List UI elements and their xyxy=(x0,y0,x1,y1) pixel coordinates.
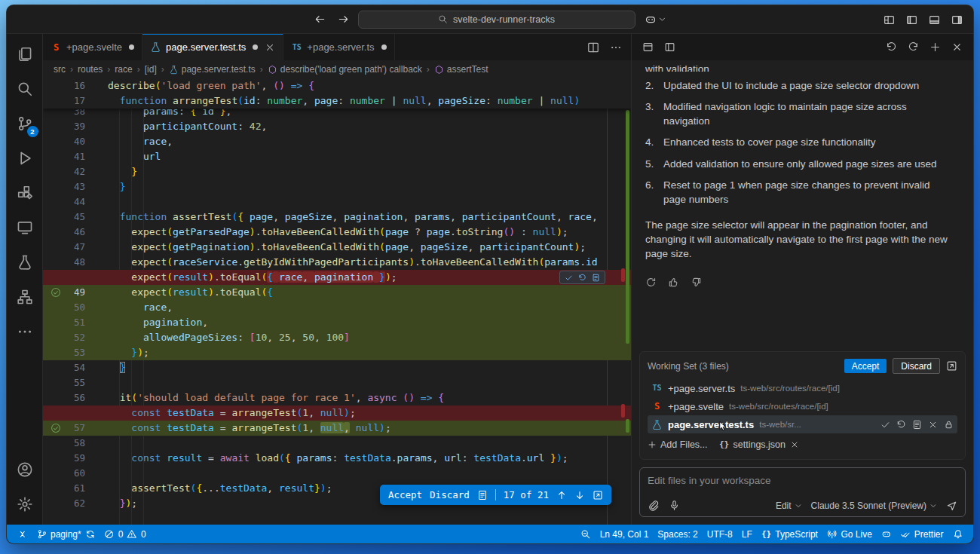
close-panel-icon[interactable] xyxy=(951,41,963,53)
code-line[interactable]: 44 xyxy=(43,194,631,210)
code-line[interactable]: 42 } xyxy=(43,164,631,179)
working-set-file[interactable]: S+page.sveltets-web/src/routes/race/[id] xyxy=(648,397,957,415)
toggle-panel-icon[interactable] xyxy=(929,14,940,26)
chat-input-box[interactable]: Edit files in your workspace Edit Claude… xyxy=(639,467,966,517)
working-set-file[interactable]: page.server.test.tsts-web/sr... xyxy=(648,415,957,433)
discard-icon[interactable] xyxy=(896,420,906,430)
code-line[interactable]: 40 race, xyxy=(43,134,631,149)
refresh-icon[interactable] xyxy=(645,277,657,288)
added-code-line[interactable]: 51 pagination, xyxy=(43,315,631,330)
status-notifications[interactable] xyxy=(948,525,968,543)
more-actions-icon[interactable] xyxy=(610,41,622,54)
activity-bar-testing[interactable] xyxy=(7,245,43,280)
code-line[interactable]: 48 expect(raceService.getByIdWithPagedPa… xyxy=(43,255,631,270)
status-remote-indicator[interactable] xyxy=(13,525,32,543)
breadcrumb-item[interactable]: assertTest xyxy=(434,64,488,75)
added-code-line[interactable]: 50 race, xyxy=(43,300,631,315)
activity-bar-search[interactable] xyxy=(7,72,43,106)
status-git-branch[interactable]: paging* xyxy=(32,525,100,543)
code-line[interactable]: 41 url xyxy=(43,149,631,164)
customize-layout-icon[interactable] xyxy=(884,14,895,26)
working-set-discard-button[interactable]: Discard xyxy=(893,358,940,374)
activity-bar-ports[interactable] xyxy=(7,280,43,314)
code-line[interactable]: 47 expect(getPagination).toHaveBeenCalle… xyxy=(43,240,631,255)
code-line[interactable]: 38 params: { id }, xyxy=(43,109,631,119)
activity-bar-explorer[interactable] xyxy=(7,37,43,72)
diff-file-icon[interactable] xyxy=(477,490,488,500)
sticky-scroll[interactable]: 16describe('load green path', () => {17 … xyxy=(43,78,631,109)
previous-change-icon[interactable] xyxy=(556,490,567,500)
added-code-line[interactable]: 53 }); xyxy=(43,345,631,360)
open-in-editor-icon[interactable] xyxy=(664,41,675,53)
tab-+page.server.ts[interactable]: TS+page.server.ts xyxy=(283,34,394,60)
tab-+page.svelte[interactable]: S+page.svelte xyxy=(43,34,142,60)
code-line[interactable]: 43 } xyxy=(43,179,631,194)
code-line[interactable]: 58 xyxy=(43,436,631,451)
check-icon[interactable] xyxy=(880,420,890,430)
breadcrumb-item[interactable]: page.server.test.ts xyxy=(169,64,256,75)
undo-edits-icon[interactable] xyxy=(886,41,897,53)
breadcrumb-item[interactable]: routes xyxy=(78,64,103,75)
activity-bar-more[interactable] xyxy=(7,314,43,349)
status-prettier[interactable]: Prettier xyxy=(896,525,948,543)
settings-json-chip[interactable]: {} settings.json xyxy=(720,439,799,450)
code-line[interactable]: 39 participantCount: 42, xyxy=(43,119,631,134)
mic-icon[interactable] xyxy=(669,500,680,511)
compare-changes-icon[interactable] xyxy=(946,360,957,372)
activity-bar-remote-explorer[interactable] xyxy=(7,210,43,245)
added-code-line[interactable]: 49 expect(result).toEqual({ xyxy=(43,285,631,300)
status-cursor-position[interactable]: Ln 49, Col 1 xyxy=(596,525,654,543)
toggle-primary-sidebar-icon[interactable] xyxy=(906,14,917,26)
accept-button[interactable]: Accept xyxy=(388,489,422,500)
forward-arrow-icon[interactable] xyxy=(338,14,349,25)
code-line[interactable]: 60 xyxy=(43,466,631,481)
status-eol[interactable]: LF xyxy=(737,525,757,543)
lock-icon[interactable] xyxy=(944,420,954,430)
discard-button[interactable]: Discard xyxy=(430,489,470,500)
breadcrumb-item[interactable]: src xyxy=(54,64,66,75)
status-copilot-status[interactable] xyxy=(877,525,896,543)
breadcrumb-item[interactable]: [id] xyxy=(145,64,157,75)
code-line[interactable]: 55 xyxy=(43,375,631,390)
added-code-line[interactable]: 57 const testData = arrangeTest(1, null,… xyxy=(43,421,631,436)
next-change-icon[interactable] xyxy=(574,490,585,500)
code-line[interactable]: 54 } xyxy=(43,360,631,375)
thumbs-down-icon[interactable] xyxy=(691,277,702,288)
command-center-search[interactable]: svelte-dev-runner-tracks xyxy=(358,11,635,29)
tab-close-icon[interactable] xyxy=(265,42,275,53)
thumbs-up-icon[interactable] xyxy=(668,277,679,288)
status-language-mode[interactable]: {}TypeScript xyxy=(757,525,822,543)
back-arrow-icon[interactable] xyxy=(314,14,326,25)
inline-diff-actions[interactable] xyxy=(559,271,605,284)
goto-file-icon[interactable] xyxy=(593,490,603,500)
activity-bar-run-debug[interactable] xyxy=(7,141,43,176)
activity-bar-source-control[interactable]: 2 xyxy=(7,106,43,141)
send-icon[interactable] xyxy=(946,500,957,511)
add-files-button[interactable]: Add Files... xyxy=(648,439,708,450)
code-editor[interactable]: 38 params: { id },39 participantCount: 4… xyxy=(43,78,631,525)
diff-file-icon[interactable] xyxy=(912,420,922,430)
new-chat-icon[interactable] xyxy=(929,41,941,53)
split-editor-icon[interactable] xyxy=(587,41,599,54)
code-line[interactable]: 59 const result = await load({ params: t… xyxy=(43,451,631,466)
mode-selector[interactable]: Edit xyxy=(776,500,802,511)
copilot-menu[interactable] xyxy=(645,14,666,26)
toggle-chat-view-icon[interactable] xyxy=(642,41,654,53)
deleted-code-line[interactable]: expect(result).toEqual({ race, paginatio… xyxy=(43,270,631,285)
redo-edits-icon[interactable] xyxy=(908,41,919,53)
status-zoom-indicator[interactable] xyxy=(576,525,596,543)
status-go-live[interactable]: Go Live xyxy=(822,525,877,543)
code-line[interactable]: 56 it('should load default page for race… xyxy=(43,390,631,406)
toggle-secondary-sidebar-icon[interactable] xyxy=(951,14,963,26)
status-indentation[interactable]: Spaces: 2 xyxy=(653,525,702,543)
breadcrumb-item[interactable]: race xyxy=(115,64,132,75)
breadcrumb-item[interactable]: describe('load green path') callback xyxy=(268,64,422,75)
status-encoding[interactable]: UTF-8 xyxy=(703,525,737,543)
added-code-line[interactable]: 52 allowedPageSizes: [10, 25, 50, 100] xyxy=(43,330,631,345)
model-selector[interactable]: Claude 3.5 Sonnet (Preview) xyxy=(811,500,937,511)
code-line[interactable]: 46 expect(getParsedPage).toHaveBeenCalle… xyxy=(43,225,631,240)
attach-icon[interactable] xyxy=(648,500,659,511)
code-line[interactable]: 16describe('load green path', () => { xyxy=(43,78,631,93)
working-set-file[interactable]: TS+page.server.tsts-web/src/routes/race/… xyxy=(648,379,957,397)
tab-page.server.test.ts[interactable]: page.server.test.ts xyxy=(142,34,283,60)
